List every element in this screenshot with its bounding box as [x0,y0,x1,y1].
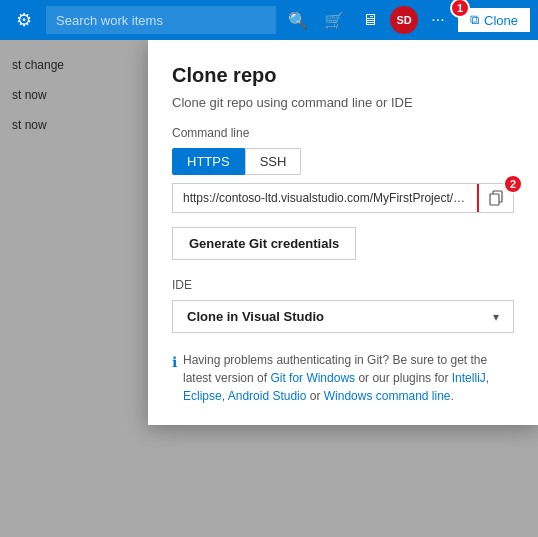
intellij-link[interactable]: IntelliJ [452,371,486,385]
info-text: Having problems authenticating in Git? B… [183,351,514,405]
clone-label: Clone [484,13,518,28]
search-input[interactable] [46,6,276,34]
url-row: 2 [172,183,514,213]
basket-icon[interactable]: 🛒 [318,4,350,36]
clone-repo-popup: Clone repo Clone git repo using command … [148,40,538,425]
url-input[interactable] [173,184,477,212]
monitor-icon[interactable]: 🖥 [354,4,386,36]
chevron-down-icon: ▾ [493,310,499,324]
clone-button[interactable]: 1 ⧉ Clone [458,8,530,32]
popup-subtitle: Clone git repo using command line or IDE [172,95,514,110]
popup-title: Clone repo [172,64,514,87]
android-studio-link[interactable]: Android Studio [228,389,307,403]
ide-dropdown[interactable]: Clone in Visual Studio ▾ [172,300,514,333]
clone-icon: ⧉ [470,12,479,28]
info-icon: ℹ [172,352,177,373]
info-text-5: or [306,389,323,403]
top-bar-actions: 🔍 🛒 🖥 SD ··· 1 ⧉ Clone [282,4,530,36]
step-2-badge: 2 [503,174,523,194]
step-1-badge: 1 [450,0,470,18]
git-for-windows-link[interactable]: Git for Windows [270,371,355,385]
generate-credentials-button[interactable]: Generate Git credentials [172,227,356,260]
protocol-tabs: HTTPS SSH [172,148,514,175]
gear-icon[interactable]: ⚙ [8,4,40,36]
info-text-6: . [451,389,454,403]
svg-rect-1 [490,194,499,205]
info-section: ℹ Having problems authenticating in Git?… [172,351,514,405]
command-line-label: Command line [172,126,514,140]
windows-command-line-link[interactable]: Windows command line [324,389,451,403]
tab-ssh[interactable]: SSH [245,148,302,175]
info-text-3: , [486,371,489,385]
info-text-2: or our plugins for [355,371,452,385]
ide-label: IDE [172,278,514,292]
avatar[interactable]: SD [390,6,418,34]
search-icon[interactable]: 🔍 [282,4,314,36]
copy-button-wrapper: 2 [477,184,513,212]
eclipse-link[interactable]: Eclipse [183,389,222,403]
main-area: st change st now st now Clone repo Clone… [0,40,538,537]
ide-clone-label: Clone in Visual Studio [187,309,324,324]
tab-https[interactable]: HTTPS [172,148,245,175]
popup-overlay: Clone repo Clone git repo using command … [0,40,538,537]
top-navigation-bar: ⚙ 🔍 🛒 🖥 SD ··· 1 ⧉ Clone [0,0,538,40]
